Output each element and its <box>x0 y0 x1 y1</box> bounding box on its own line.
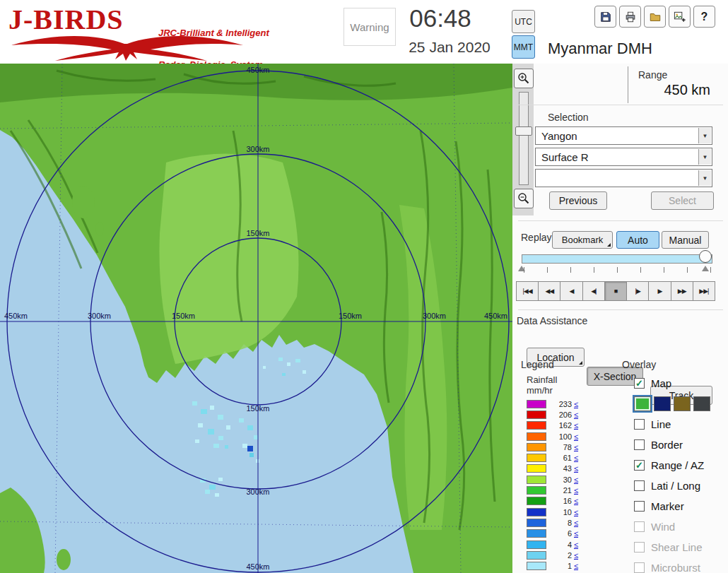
legend-row: 6≤ <box>527 528 578 539</box>
save-icon <box>599 11 612 23</box>
overlay-item-lati-long[interactable]: Lati / Long <box>634 475 726 496</box>
legend-lte-link[interactable]: ≤ <box>574 540 578 549</box>
overlay-item-map[interactable]: ✓ Map <box>634 373 726 394</box>
zoom-slider-handle[interactable] <box>515 126 532 136</box>
radar-map[interactable]: 450km 300km 150km 150km 300km 450km 450k… <box>0 64 512 573</box>
legend-lte-link[interactable]: ≤ <box>574 410 578 419</box>
legend-lte-link[interactable]: ≤ <box>574 497 578 505</box>
legend-lte-link[interactable]: ≤ <box>574 421 578 430</box>
save-button[interactable] <box>594 6 616 28</box>
legend-lte-link[interactable]: ≤ <box>574 400 578 408</box>
legend-swatch <box>527 443 546 451</box>
ring-label-450-right: 450km <box>484 312 507 320</box>
legend-lte-link[interactable]: ≤ <box>574 454 578 462</box>
map-color-navy-swatch[interactable] <box>654 396 671 411</box>
option-dropdown[interactable]: ▼ <box>535 169 712 187</box>
overlay-item-wind: Wind <box>634 516 726 537</box>
legend-swatch <box>527 551 546 560</box>
legend-lte-link[interactable]: ≤ <box>574 486 578 495</box>
map-color-gray-swatch[interactable] <box>693 396 710 411</box>
previous-button[interactable]: Previous <box>549 191 607 210</box>
manual-button[interactable]: Manual <box>662 231 709 249</box>
playback-stop-button[interactable]: ■ <box>604 281 627 301</box>
clock-time: 06:48 <box>401 4 479 33</box>
legend-swatch <box>527 410 546 419</box>
overlay-item-line[interactable]: Line <box>634 414 726 435</box>
chevron-down-icon[interactable]: ▼ <box>698 170 711 186</box>
mmt-button[interactable]: MMT <box>512 35 535 59</box>
legend-swatch <box>527 519 546 527</box>
legend-lte-link[interactable]: ≤ <box>574 443 578 451</box>
select-button[interactable]: Select <box>651 191 714 210</box>
checkbox[interactable]: ✓ <box>634 378 645 389</box>
legend-row: 21≤ <box>527 485 578 495</box>
site-dropdown[interactable]: Yangon ▼ <box>535 126 712 145</box>
playback-first-button[interactable]: |◀◀ <box>516 281 539 301</box>
legend-lte-link[interactable]: ≤ <box>574 475 578 484</box>
legend-row: 8≤ <box>527 517 578 528</box>
help-button[interactable]: ? <box>693 6 715 28</box>
map-color-green-swatch[interactable] <box>634 396 651 411</box>
legend-lte-link[interactable]: ≤ <box>574 562 578 570</box>
zoom-slider-track[interactable] <box>519 92 529 185</box>
chevron-down-icon[interactable]: ▼ <box>698 149 711 165</box>
check-icon: ✓ <box>635 378 643 389</box>
ring-label-150-bottom: 150km <box>246 404 269 413</box>
zoom-in-icon <box>517 72 530 85</box>
product-dropdown-value: Surface R <box>541 151 589 163</box>
legend-row: 2≤ <box>527 550 578 560</box>
legend-row: 10≤ <box>527 507 578 517</box>
legend-unit-line1: Rainfall <box>527 374 557 385</box>
legend-value: 233 <box>546 400 572 408</box>
playback-stepforward-button[interactable]: |▶ <box>626 281 649 301</box>
checkbox[interactable] <box>634 501 645 512</box>
legend-lte-link[interactable]: ≤ <box>574 529 578 538</box>
zoom-out-icon <box>517 192 530 205</box>
checkbox[interactable] <box>634 439 645 450</box>
legend-lte-link[interactable]: ≤ <box>574 508 578 516</box>
legend-lte-link[interactable]: ≤ <box>574 551 578 560</box>
overlay-item-range-az[interactable]: ✓ Range / AZ <box>634 455 726 475</box>
overlay-item-border[interactable]: Border <box>634 435 726 455</box>
utc-button[interactable]: UTC <box>512 10 535 33</box>
playback-stepback-button[interactable]: ◀| <box>582 281 605 301</box>
zoom-out-button[interactable] <box>514 189 534 208</box>
ring-label-450-top: 450km <box>246 66 269 74</box>
zoom-in-button[interactable] <box>514 69 534 88</box>
checkbox <box>634 542 645 553</box>
auto-button[interactable]: Auto <box>616 231 659 249</box>
checkbox[interactable] <box>634 419 645 430</box>
open-folder-button[interactable] <box>644 6 666 28</box>
capture-image-button[interactable] <box>669 6 691 28</box>
checkbox[interactable] <box>634 480 645 491</box>
bookmark-button[interactable]: Bookmark <box>552 231 613 249</box>
legend-value: 162 <box>546 421 572 430</box>
overlay-item-marker[interactable]: Marker <box>634 496 726 516</box>
checkbox[interactable]: ✓ <box>634 460 645 471</box>
range-value: 450 km <box>597 82 710 98</box>
chevron-down-icon[interactable]: ▼ <box>698 128 711 143</box>
ring-label-450-left: 450km <box>4 312 28 320</box>
timeline-handle[interactable] <box>699 250 712 263</box>
check-icon: ✓ <box>635 460 643 471</box>
legend-value: 21 <box>546 486 572 495</box>
legend-lte-link[interactable]: ≤ <box>574 432 578 441</box>
legend-lte-link[interactable]: ≤ <box>574 464 578 473</box>
playback-rewind-button[interactable]: ◀◀ <box>538 281 560 301</box>
map-color-olive-swatch[interactable] <box>674 396 691 411</box>
playback-last-button[interactable]: ▶▶| <box>693 281 715 301</box>
legend-swatch <box>527 454 546 462</box>
legend-lte-link[interactable]: ≤ <box>574 519 578 527</box>
overlay-item-label: Map <box>651 377 671 389</box>
overlay-item-label: Shear Line <box>651 541 703 553</box>
legend-swatch <box>527 562 546 570</box>
print-button[interactable] <box>619 6 641 28</box>
legend-row: 30≤ <box>527 474 578 485</box>
playback-back-button[interactable]: ◀ <box>560 281 582 301</box>
product-dropdown[interactable]: Surface R ▼ <box>535 148 712 166</box>
playback-play-button[interactable]: ▶ <box>648 281 671 301</box>
playback-forward-button[interactable]: ▶▶ <box>671 281 693 301</box>
replay-timeline-slider[interactable] <box>522 254 712 264</box>
legend-row: 233≤ <box>527 398 578 409</box>
data-assistance-label: Data Assistance <box>517 315 587 326</box>
